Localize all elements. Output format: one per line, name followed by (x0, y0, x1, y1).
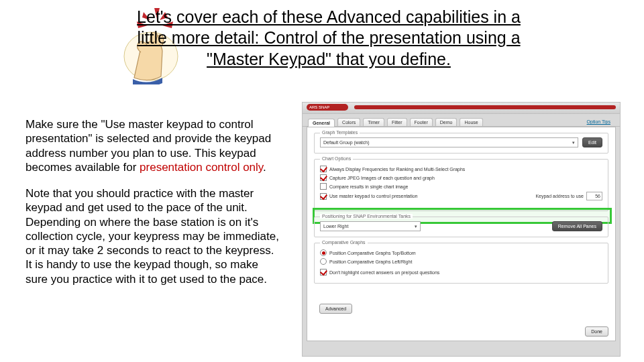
group-chart-options: Chart Options Always Display Frequencies… (314, 159, 608, 211)
group-positioning: Positioning for SNAP Environmental Tanks… (314, 217, 608, 237)
group-title: Comparative Graphs (320, 240, 368, 245)
chk-label: Capture JPEG Images of each question and… (329, 176, 435, 180)
dialog-tabs: General Colors Timer Filter Footer Demo … (303, 114, 620, 127)
tab-colors[interactable]: Colors (337, 118, 360, 126)
chk-always-display-freq[interactable] (320, 166, 327, 172)
chk-use-master-keypad[interactable] (320, 193, 327, 200)
slide-title: Let's cover each of these Advanced capab… (121, 7, 537, 70)
radio-top-bottom[interactable] (320, 249, 327, 256)
tab-footer[interactable]: Footer (410, 118, 433, 126)
done-button[interactable]: Done (585, 326, 608, 337)
chk-capture-jpeg[interactable] (320, 174, 327, 181)
keypad-address-input[interactable]: 56 (586, 192, 602, 200)
keypad-address-label: Keypad address to use (535, 194, 584, 198)
group-graph-templates: Graph Templates Default Group (watch) Ed… (314, 133, 608, 154)
positioning-select[interactable]: Lower Right (320, 221, 421, 231)
chk-label: Compare results in single chart image (329, 184, 409, 189)
body-paragraph-1: Make sure the "Use master keypad to cont… (25, 117, 280, 174)
settings-dialog: ARS SNAP General Colors Timer Filter Foo… (302, 102, 621, 357)
graph-template-select[interactable]: Default Group (watch) (320, 137, 578, 147)
advanced-button[interactable]: Advanced (319, 304, 352, 314)
tab-filter[interactable]: Filter (387, 118, 407, 126)
group-title: Chart Options (320, 156, 353, 161)
tab-general[interactable]: General (308, 119, 335, 127)
chk-dont-highlight-correct[interactable] (320, 269, 327, 276)
chk-label: Use master keypad to control presentatio… (329, 194, 418, 198)
chk-compare-single-chart[interactable] (320, 183, 327, 190)
radio-left-right[interactable] (320, 258, 327, 265)
group-title: Graph Templates (320, 130, 360, 135)
tab-demo[interactable]: Demo (435, 118, 458, 126)
brand-pill: ARS SNAP (307, 104, 348, 111)
body-paragraph-2: Note that you should practice with the m… (25, 186, 280, 286)
tab-house[interactable]: House (460, 118, 482, 126)
chk-label: Always Display Frequencies for Ranking a… (329, 167, 465, 172)
dialog-panel: Graph Templates Default Group (watch) Ed… (307, 127, 616, 341)
tab-timer[interactable]: Timer (363, 118, 384, 126)
remove-all-panes-button[interactable]: Remove All Panes (552, 221, 602, 231)
group-title: Positioning for SNAP Environmental Tanks (320, 214, 413, 219)
group-comparative-graphs: Comparative Graphs Position Comparative … (314, 243, 608, 284)
option-tips-link[interactable]: Option Tips (583, 118, 614, 126)
titlebar-stripe (354, 105, 616, 109)
radio-label: Position Comparative Graphs Top/Bottom (329, 251, 416, 255)
edit-template-button[interactable]: Edit (582, 137, 602, 147)
chk-label: Don't highlight correct answers on pre/p… (329, 270, 439, 275)
dialog-titlebar: ARS SNAP (303, 103, 620, 114)
radio-label: Position Comparative Graphs Left/Right (329, 259, 412, 264)
